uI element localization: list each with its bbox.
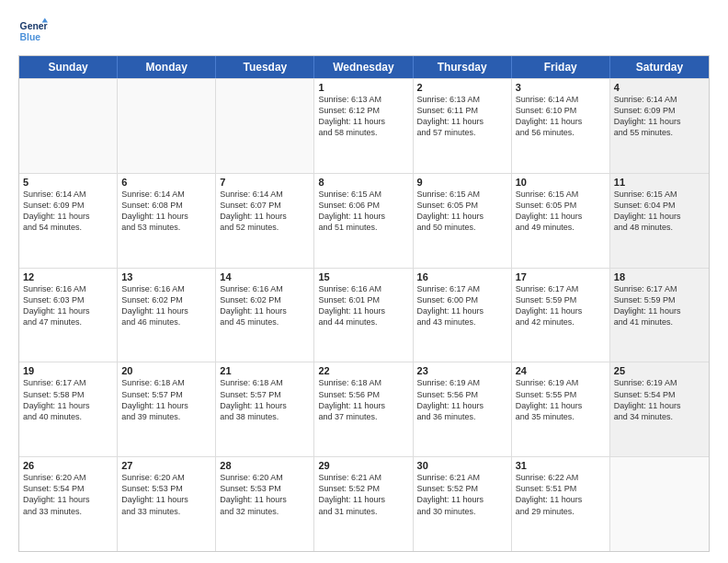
day-cell-16: 16Sunrise: 6:17 AMSunset: 6:00 PMDayligh… [414, 269, 512, 362]
day-number: 7 [220, 177, 310, 188]
weekday-header-friday: Friday [512, 56, 610, 78]
calendar-row-4: 19Sunrise: 6:17 AMSunset: 5:58 PMDayligh… [19, 362, 709, 456]
day-info: Sunrise: 6:15 AMSunset: 6:05 PMDaylight:… [516, 189, 606, 234]
day-info: Sunrise: 6:13 AMSunset: 6:11 PMDaylight:… [417, 94, 507, 139]
day-info: Sunrise: 6:14 AMSunset: 6:09 PMDaylight:… [23, 189, 113, 234]
day-cell-12: 12Sunrise: 6:16 AMSunset: 6:03 PMDayligh… [19, 269, 118, 362]
svg-text:Blue: Blue [20, 32, 41, 42]
day-info: Sunrise: 6:18 AMSunset: 5:57 PMDaylight:… [121, 377, 211, 422]
day-info: Sunrise: 6:15 AMSunset: 6:05 PMDaylight:… [417, 189, 507, 234]
day-info: Sunrise: 6:22 AMSunset: 5:51 PMDaylight:… [516, 472, 606, 517]
day-info: Sunrise: 6:15 AMSunset: 6:06 PMDaylight:… [318, 189, 408, 234]
day-number: 28 [220, 460, 310, 471]
day-cell-13: 13Sunrise: 6:16 AMSunset: 6:02 PMDayligh… [118, 269, 216, 362]
day-cell-5: 5Sunrise: 6:14 AMSunset: 6:09 PMDaylight… [19, 174, 118, 268]
day-cell-30: 30Sunrise: 6:21 AMSunset: 5:52 PMDayligh… [414, 457, 512, 551]
day-cell-8: 8Sunrise: 6:15 AMSunset: 6:06 PMDaylight… [314, 174, 413, 268]
weekday-header-sunday: Sunday [19, 56, 118, 78]
day-number: 13 [121, 271, 211, 282]
day-cell-3: 3Sunrise: 6:14 AMSunset: 6:10 PMDaylight… [512, 79, 610, 173]
calendar-body: 1Sunrise: 6:13 AMSunset: 6:12 PMDaylight… [19, 78, 709, 551]
calendar-row-1: 1Sunrise: 6:13 AMSunset: 6:12 PMDaylight… [19, 78, 709, 173]
day-cell-10: 10Sunrise: 6:15 AMSunset: 6:05 PMDayligh… [512, 174, 610, 268]
day-number: 22 [318, 365, 408, 376]
calendar-row-2: 5Sunrise: 6:14 AMSunset: 6:09 PMDaylight… [19, 173, 709, 268]
day-info: Sunrise: 6:16 AMSunset: 6:02 PMDaylight:… [121, 283, 211, 328]
day-cell-21: 21Sunrise: 6:18 AMSunset: 5:57 PMDayligh… [216, 362, 314, 456]
day-cell-28: 28Sunrise: 6:20 AMSunset: 5:53 PMDayligh… [216, 457, 314, 551]
day-info: Sunrise: 6:19 AMSunset: 5:55 PMDaylight:… [516, 377, 606, 422]
day-cell-14: 14Sunrise: 6:16 AMSunset: 6:02 PMDayligh… [216, 269, 314, 362]
day-cell-17: 17Sunrise: 6:17 AMSunset: 5:59 PMDayligh… [512, 269, 610, 362]
logo: General Blue [18, 17, 48, 46]
day-number: 3 [516, 82, 606, 93]
calendar-row-3: 12Sunrise: 6:16 AMSunset: 6:03 PMDayligh… [19, 268, 709, 362]
day-number: 23 [417, 365, 507, 376]
day-number: 15 [318, 271, 408, 282]
day-info: Sunrise: 6:18 AMSunset: 5:57 PMDaylight:… [220, 377, 310, 422]
day-cell-25: 25Sunrise: 6:19 AMSunset: 5:54 PMDayligh… [610, 362, 709, 456]
day-cell-26: 26Sunrise: 6:20 AMSunset: 5:54 PMDayligh… [19, 457, 118, 551]
day-number: 1 [318, 82, 408, 93]
day-info: Sunrise: 6:19 AMSunset: 5:56 PMDaylight:… [417, 377, 507, 422]
day-info: Sunrise: 6:16 AMSunset: 6:03 PMDaylight:… [23, 283, 113, 328]
empty-cell [216, 79, 314, 173]
day-info: Sunrise: 6:21 AMSunset: 5:52 PMDaylight:… [417, 472, 507, 517]
day-info: Sunrise: 6:14 AMSunset: 6:09 PMDaylight:… [614, 94, 705, 139]
day-cell-29: 29Sunrise: 6:21 AMSunset: 5:52 PMDayligh… [314, 457, 413, 551]
day-info: Sunrise: 6:17 AMSunset: 5:59 PMDaylight:… [614, 283, 705, 328]
day-cell-6: 6Sunrise: 6:14 AMSunset: 6:08 PMDaylight… [118, 174, 216, 268]
day-number: 10 [516, 177, 606, 188]
weekday-header-wednesday: Wednesday [314, 56, 413, 78]
day-number: 21 [220, 365, 310, 376]
day-info: Sunrise: 6:14 AMSunset: 6:10 PMDaylight:… [516, 94, 606, 139]
empty-cell [19, 79, 118, 173]
day-cell-31: 31Sunrise: 6:22 AMSunset: 5:51 PMDayligh… [512, 457, 610, 551]
day-cell-24: 24Sunrise: 6:19 AMSunset: 5:55 PMDayligh… [512, 362, 610, 456]
header: General Blue [18, 17, 710, 46]
day-number: 11 [614, 177, 705, 188]
day-info: Sunrise: 6:16 AMSunset: 6:01 PMDaylight:… [318, 283, 408, 328]
svg-text:General: General [20, 21, 48, 31]
day-info: Sunrise: 6:14 AMSunset: 6:07 PMDaylight:… [220, 189, 310, 234]
day-info: Sunrise: 6:20 AMSunset: 5:53 PMDaylight:… [121, 472, 211, 517]
day-number: 20 [121, 365, 211, 376]
logo-icon: General Blue [18, 17, 48, 46]
day-info: Sunrise: 6:20 AMSunset: 5:53 PMDaylight:… [220, 472, 310, 517]
day-cell-2: 2Sunrise: 6:13 AMSunset: 6:11 PMDaylight… [414, 79, 512, 173]
day-cell-4: 4Sunrise: 6:14 AMSunset: 6:09 PMDaylight… [610, 79, 709, 173]
day-cell-18: 18Sunrise: 6:17 AMSunset: 5:59 PMDayligh… [610, 269, 709, 362]
day-info: Sunrise: 6:17 AMSunset: 6:00 PMDaylight:… [417, 283, 507, 328]
page: General Blue SundayMondayTuesdayWednesda… [0, 0, 728, 563]
day-number: 5 [23, 177, 113, 188]
svg-marker-2 [42, 18, 48, 23]
empty-cell [610, 457, 709, 551]
day-number: 12 [23, 271, 113, 282]
weekday-header-thursday: Thursday [414, 56, 512, 78]
day-info: Sunrise: 6:20 AMSunset: 5:54 PMDaylight:… [23, 472, 113, 517]
calendar-header: SundayMondayTuesdayWednesdayThursdayFrid… [19, 56, 709, 78]
day-info: Sunrise: 6:21 AMSunset: 5:52 PMDaylight:… [318, 472, 408, 517]
day-number: 26 [23, 460, 113, 471]
day-info: Sunrise: 6:18 AMSunset: 5:56 PMDaylight:… [318, 377, 408, 422]
calendar: SundayMondayTuesdayWednesdayThursdayFrid… [18, 55, 710, 552]
weekday-header-tuesday: Tuesday [216, 56, 314, 78]
day-cell-19: 19Sunrise: 6:17 AMSunset: 5:58 PMDayligh… [19, 362, 118, 456]
day-info: Sunrise: 6:17 AMSunset: 5:58 PMDaylight:… [23, 377, 113, 422]
day-number: 9 [417, 177, 507, 188]
day-number: 24 [516, 365, 606, 376]
day-number: 19 [23, 365, 113, 376]
day-cell-22: 22Sunrise: 6:18 AMSunset: 5:56 PMDayligh… [314, 362, 413, 456]
day-cell-7: 7Sunrise: 6:14 AMSunset: 6:07 PMDaylight… [216, 174, 314, 268]
day-number: 17 [516, 271, 606, 282]
day-number: 31 [516, 460, 606, 471]
day-cell-11: 11Sunrise: 6:15 AMSunset: 6:04 PMDayligh… [610, 174, 709, 268]
day-number: 8 [318, 177, 408, 188]
day-cell-9: 9Sunrise: 6:15 AMSunset: 6:05 PMDaylight… [414, 174, 512, 268]
calendar-row-5: 26Sunrise: 6:20 AMSunset: 5:54 PMDayligh… [19, 456, 709, 551]
day-number: 6 [121, 177, 211, 188]
day-number: 4 [614, 82, 705, 93]
day-number: 18 [614, 271, 705, 282]
day-info: Sunrise: 6:14 AMSunset: 6:08 PMDaylight:… [121, 189, 211, 234]
day-cell-15: 15Sunrise: 6:16 AMSunset: 6:01 PMDayligh… [314, 269, 413, 362]
